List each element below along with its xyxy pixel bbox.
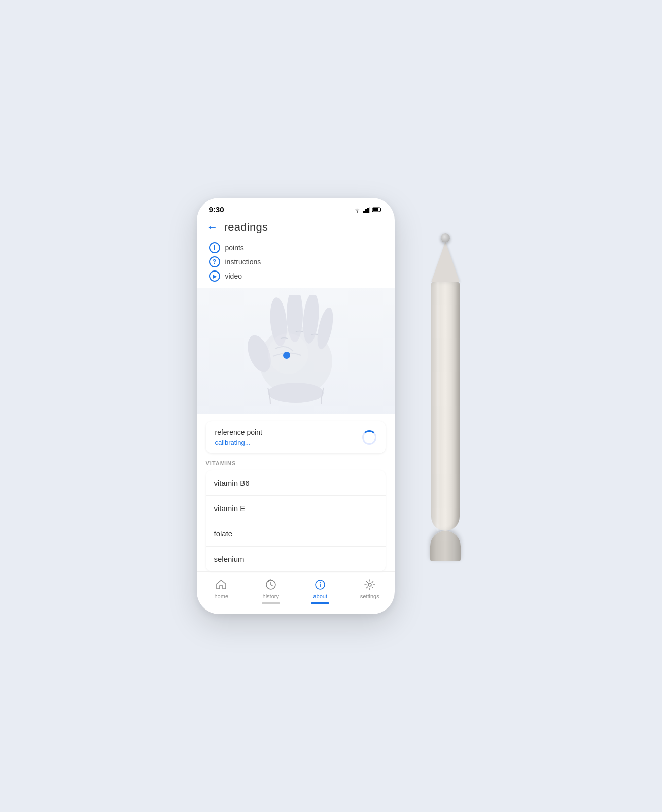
ref-card-title: reference point — [215, 428, 262, 436]
settings-icon — [363, 578, 376, 591]
hand-illustration — [197, 288, 395, 414]
wifi-icon — [353, 207, 361, 213]
info-item-points[interactable]: i points — [209, 242, 382, 253]
stylus-pen — [425, 233, 466, 579]
nav-label-history: history — [263, 593, 279, 599]
nav-item-about[interactable]: about — [305, 578, 335, 604]
info-item-instructions[interactable]: ? instructions — [209, 256, 382, 267]
info-label-instructions: instructions — [225, 258, 261, 266]
svg-rect-3 — [367, 208, 369, 213]
nav-label-about: about — [313, 593, 327, 599]
nav-label-home: home — [214, 593, 228, 599]
vitamins-section: VITAMINS vitamin B6 vitamin E folate sel… — [197, 460, 395, 571]
play-icon: ▶ — [209, 270, 220, 282]
info-label-video: video — [225, 272, 242, 280]
svg-point-14 — [268, 383, 324, 403]
battery-icon — [372, 207, 382, 213]
vitamin-item-e[interactable]: vitamin E — [206, 496, 386, 521]
stylus-cone — [431, 242, 460, 282]
page-title: readings — [224, 221, 268, 234]
info-item-video[interactable]: ▶ video — [209, 270, 382, 282]
vitamin-item-selenium[interactable]: selenium — [206, 547, 386, 571]
nav-indicator-about — [311, 602, 329, 604]
ref-card-left: reference point calibrating... — [215, 428, 262, 446]
svg-rect-2 — [365, 209, 367, 213]
info-icon: i — [209, 242, 220, 253]
svg-point-19 — [368, 583, 371, 586]
svg-point-0 — [356, 211, 357, 212]
svg-rect-4 — [369, 207, 370, 213]
help-icon: ? — [209, 256, 220, 267]
vitamin-item-b6[interactable]: vitamin B6 — [206, 470, 386, 496]
home-icon — [215, 578, 228, 591]
stylus-body — [431, 282, 460, 531]
about-icon — [313, 578, 327, 591]
svg-point-15 — [268, 333, 308, 374]
signal-icon — [363, 207, 370, 213]
phone-frame: 9:30 — [197, 198, 395, 614]
stylus-tip-ball — [441, 233, 450, 243]
nav-item-settings[interactable]: settings — [355, 578, 385, 599]
info-label-points: points — [225, 244, 244, 252]
status-time: 9:30 — [209, 205, 224, 214]
hand-svg — [230, 295, 362, 407]
nav-indicator-history — [262, 602, 280, 604]
back-button[interactable]: ← — [207, 222, 218, 233]
status-icons — [353, 207, 382, 213]
vitamin-item-folate[interactable]: folate — [206, 521, 386, 547]
header: ← readings — [197, 216, 395, 238]
svg-rect-1 — [363, 211, 365, 213]
status-bar: 9:30 — [197, 198, 395, 216]
history-icon — [264, 578, 277, 591]
bottom-nav: home history — [197, 571, 395, 614]
ref-card-status: calibrating... — [215, 438, 262, 446]
vitamin-list: vitamin B6 vitamin E folate selenium — [206, 470, 386, 571]
info-list: i points ? instructions ▶ video — [197, 238, 395, 288]
reference-card: reference point calibrating... — [206, 421, 386, 453]
nav-item-home[interactable]: home — [206, 578, 236, 599]
loading-spinner — [362, 430, 376, 445]
stylus-cap — [430, 531, 461, 561]
svg-rect-6 — [373, 208, 378, 211]
vitamins-label: VITAMINS — [206, 460, 386, 466]
nav-label-settings: settings — [360, 593, 379, 599]
svg-point-18 — [320, 582, 321, 583]
nav-item-history[interactable]: history — [256, 578, 286, 604]
scene: 9:30 — [197, 198, 466, 614]
